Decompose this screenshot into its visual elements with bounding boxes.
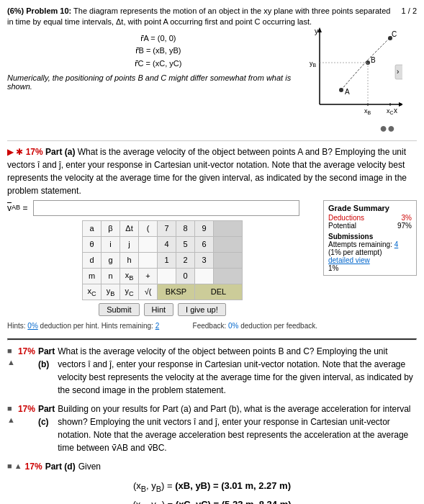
svg-text:yB: yB (310, 60, 317, 68)
svg-text:x: x (394, 107, 397, 114)
key-h[interactable]: h (120, 252, 139, 268)
svg-text:xC: xC (387, 107, 394, 115)
part-b-percent: 17% (18, 345, 35, 358)
detailed-view[interactable]: detailed view (328, 256, 412, 264)
key-beta[interactable]: β (102, 220, 120, 236)
part-a-stars: ▶ ✱ (7, 147, 26, 157)
part-a-header: ▶ ✱ 17% Part (a) What is the average vel… (7, 145, 417, 197)
key-del[interactable]: DEL (195, 284, 243, 300)
note-text: Numerically, the positioning of points B… (7, 73, 309, 91)
key-empty2 (139, 236, 158, 252)
key-open-paren[interactable]: ( (139, 220, 158, 236)
part-d-section: ■ ▲ 17% Part (d) Given (xB, yB) = (xB, y… (7, 460, 417, 504)
hint-button[interactable]: Hint (144, 303, 174, 316)
deductions-val: 3% (402, 214, 412, 222)
part-a-percent: 17% (26, 147, 43, 157)
keyboard-table: a β Δt ( 7 8 9 θ i j (82, 220, 243, 300)
key-a[interactable]: a (83, 220, 102, 236)
input-label: vAB = (7, 203, 30, 213)
grade-summary-title: Grade Summary (328, 204, 412, 212)
part-b-question: What is the average velocity of the obje… (58, 345, 417, 397)
potential-label: Potential (328, 222, 356, 230)
key-empty5 (214, 252, 243, 268)
key-empty7 (195, 268, 214, 284)
page-number: 1 / 2 (402, 6, 417, 17)
svg-text:›: › (397, 68, 399, 76)
key-0[interactable]: 0 (176, 268, 195, 284)
key-m[interactable]: m (83, 268, 102, 284)
part-c-icon: ■ ▲ (7, 402, 15, 426)
key-yc[interactable]: yC (120, 284, 139, 300)
part-c-percent: 17% (18, 402, 35, 415)
submissions-title: Submissions (328, 233, 412, 240)
key-backspace[interactable]: BKSP (158, 284, 195, 300)
hint-deduction: 0% (27, 322, 37, 330)
part-a-label: Part (a) (45, 147, 78, 157)
deductions-label: Deductions (328, 214, 364, 222)
key-9[interactable]: 9 (195, 220, 214, 236)
attempts-val[interactable]: 4 (394, 240, 399, 248)
key-empty3 (214, 236, 243, 252)
key-3[interactable]: 3 (195, 252, 214, 268)
vector-c-def: r̄C = (xC, yC) (7, 58, 309, 71)
key-n[interactable]: n (102, 268, 120, 284)
giveup-button[interactable]: I give up! (178, 303, 226, 316)
key-4[interactable]: 4 (158, 236, 176, 252)
part-c-section: ■ ▲ 17% Part (c) Building on your result… (7, 402, 417, 454)
svg-point-6 (339, 88, 343, 92)
attempts-line: Attempts remaining: 4 (328, 240, 412, 248)
key-5[interactable]: 5 (176, 236, 195, 252)
part-c-label: Part (c) (38, 402, 55, 428)
svg-text:y: y (315, 27, 318, 35)
part-c-header: ■ ▲ 17% Part (c) Building on your result… (7, 402, 417, 454)
part-d-icon: ■ ▲ (7, 460, 22, 472)
key-d[interactable]: d (83, 252, 102, 268)
key-delta-t[interactable]: Δt (120, 220, 139, 236)
svg-marker-2 (399, 102, 402, 107)
key-i[interactable]: i (102, 236, 120, 252)
hints-text: Hints: 0% deduction per hint. Hints rema… (7, 322, 159, 330)
key-sqrt[interactable]: √( (139, 284, 158, 300)
pct-label: 1% (328, 264, 412, 272)
vector-a-def: r̄A = (0, 0) (7, 32, 309, 45)
key-yb[interactable]: yB (102, 284, 120, 300)
vab-input[interactable] (33, 200, 299, 216)
part-d-question: Given (78, 460, 101, 473)
hints-remaining[interactable]: 2 (155, 322, 160, 330)
part-b-header: ■ ▲ 17% Part (b) What is the average vel… (7, 345, 417, 397)
per-attempt: (1% per attempt) (328, 248, 412, 256)
key-1[interactable]: 1 (158, 252, 176, 268)
feedback-deduction: 0% (228, 322, 238, 330)
svg-text:B: B (371, 56, 376, 64)
part-d-header: ■ ▲ 17% Part (d) Given (7, 460, 417, 473)
key-8[interactable]: 8 (176, 220, 195, 236)
key-plus[interactable]: + (139, 268, 158, 284)
part-a-section: ▶ ✱ 17% Part (a) What is the average vel… (7, 145, 417, 333)
problem-label: (6%) Problem 10: (7, 6, 71, 15)
key-theta[interactable]: θ (83, 236, 102, 252)
coords-display: (xB, yB) = (xB, yB) = (3.01 m, 2.27 m) (… (7, 477, 417, 504)
part-d-label: Part (d) (45, 460, 76, 473)
key-empty8 (214, 268, 243, 284)
key-xc[interactable]: xC (83, 284, 102, 300)
key-empty1 (214, 220, 243, 236)
submissions-section: Submissions Attempts remaining: 4 (1% pe… (328, 233, 412, 272)
part-b-lock-icon: ■ ▲ (7, 345, 15, 369)
coords-b: (xB, yB) = (3.01 m, 2.27 m) (175, 480, 291, 491)
potential-val: 97% (397, 222, 412, 230)
key-6[interactable]: 6 (195, 236, 214, 252)
hints-row: Hints: 0% deduction per hint. Hints rema… (7, 322, 317, 330)
part-d-percent: 17% (25, 460, 42, 473)
key-j[interactable]: j (120, 236, 139, 252)
part-c-question: Building on your results for Part (a) an… (58, 402, 417, 454)
key-2[interactable]: 2 (176, 252, 195, 268)
key-g[interactable]: g (102, 252, 120, 268)
diagram: x y A B C xB xC (309, 25, 402, 121)
vector-b-def: r̄B = (xB, yB) (7, 45, 309, 58)
submit-button[interactable]: Submit (99, 303, 139, 316)
key-xb[interactable]: xB (120, 268, 139, 284)
part-b-label: Part (b) (38, 345, 55, 371)
svg-text:A: A (345, 88, 350, 96)
key-7[interactable]: 7 (158, 220, 176, 236)
svg-text:C: C (392, 30, 397, 38)
